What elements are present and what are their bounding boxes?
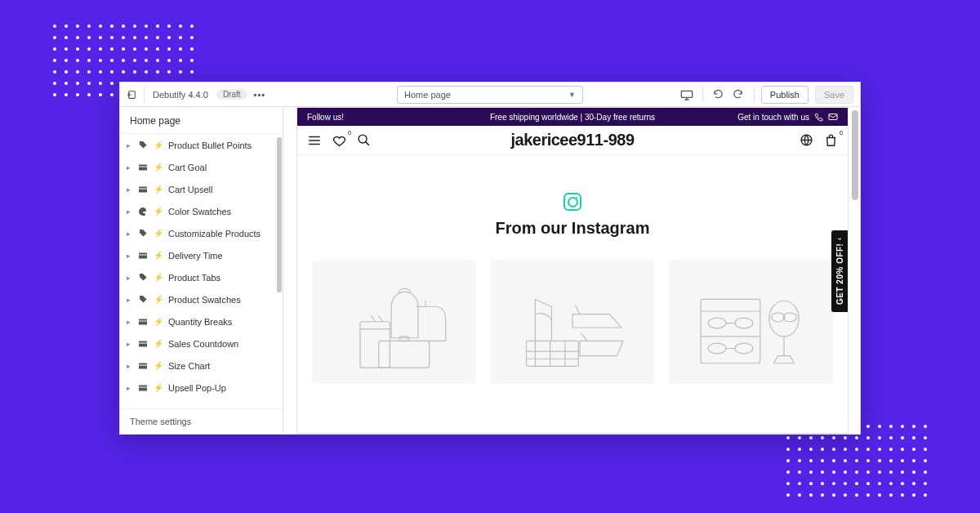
- svg-rect-1: [681, 91, 692, 97]
- addon-bolt-icon: ⚡: [154, 251, 163, 260]
- theme-settings-link[interactable]: Theme settings: [120, 408, 283, 434]
- addon-bolt-icon: ⚡: [154, 229, 163, 238]
- chevron-right-icon: ▸: [127, 362, 132, 370]
- sidebar-item-cart-upsell[interactable]: ▸⚡Cart Upsell: [120, 178, 283, 200]
- sidebar-item-label: Quantity Breaks: [168, 317, 232, 327]
- store-header: 0 jakericee911-989 0: [297, 126, 848, 155]
- section-icon: [137, 185, 149, 194]
- chevron-right-icon: ▸: [127, 384, 132, 392]
- section-icon: [137, 163, 149, 172]
- addon-bolt-icon: ⚡: [154, 361, 163, 370]
- canvas-scrollbar[interactable]: [852, 110, 858, 200]
- mail-icon: [828, 113, 838, 121]
- addon-bolt-icon: ⚡: [154, 339, 163, 348]
- addon-bolt-icon: ⚡: [154, 273, 163, 282]
- tag-icon: [137, 273, 149, 283]
- chevron-right-icon: ▸: [127, 252, 132, 260]
- phone-icon: [814, 113, 823, 122]
- tag-icon: [137, 141, 149, 150]
- cart-button[interactable]: 0: [823, 133, 838, 148]
- announce-mid: Free shipping worldwide | 30-Day free re…: [490, 113, 655, 122]
- promo-tab[interactable]: GET 20% OFF! ‹: [831, 230, 848, 312]
- instagram-heading: From our Instagram: [297, 219, 848, 238]
- svg-point-30: [783, 313, 796, 322]
- sidebar-title: Home page: [120, 107, 283, 134]
- sidebar-item-label: Cart Goal: [168, 163, 207, 172]
- svg-rect-19: [379, 341, 430, 368]
- addon-bolt-icon: ⚡: [154, 295, 163, 304]
- chevron-right-icon: ▸: [127, 185, 132, 194]
- chevron-right-icon: ▸: [127, 230, 132, 238]
- instagram-card-2[interactable]: [491, 261, 655, 383]
- store-title: jakericee911-989: [510, 131, 634, 149]
- tag-icon: [137, 295, 149, 305]
- addon-bolt-icon: ⚡: [154, 317, 163, 326]
- sidebar-item-label: Sales Countdown: [168, 339, 238, 349]
- desktop-preview-button[interactable]: [678, 86, 696, 104]
- addon-bolt-icon: ⚡: [154, 383, 163, 392]
- sidebar-item-product-tabs[interactable]: ▸⚡Product Tabs: [120, 266, 283, 288]
- sidebar-item-quantity-breaks[interactable]: ▸⚡Quantity Breaks: [120, 310, 283, 332]
- chevron-right-icon: ▸: [127, 163, 132, 172]
- sidebar-scrollbar[interactable]: [277, 137, 282, 292]
- language-button[interactable]: [799, 133, 813, 148]
- publish-button[interactable]: Publish: [761, 86, 808, 104]
- sidebar-item-cart-goal[interactable]: ▸⚡Cart Goal: [120, 156, 283, 178]
- preview-canvas-area: Follow us! Free shipping worldwide | 30-…: [283, 107, 860, 434]
- svg-rect-21: [360, 322, 390, 368]
- instagram-card-1[interactable]: [312, 261, 476, 383]
- sidebar-item-delivery-time[interactable]: ▸⚡Delivery Time: [120, 244, 283, 266]
- instagram-icon: [564, 193, 581, 211]
- addon-bolt-icon: ⚡: [154, 185, 163, 194]
- wishlist-count: 0: [348, 130, 351, 136]
- svg-rect-22: [527, 341, 579, 367]
- search-button[interactable]: [356, 133, 371, 148]
- sidebar-item-label: Upsell Pop-Up: [168, 383, 226, 393]
- sidebar: Home page ▸⚡Product Bullet Points▸⚡Cart …: [120, 107, 283, 434]
- svg-point-24: [708, 318, 726, 328]
- instagram-card-3[interactable]: [669, 261, 833, 383]
- exit-editor-button[interactable]: [127, 86, 145, 104]
- chevron-right-icon: ▸: [127, 340, 132, 348]
- sidebar-item-label: Product Bullet Points: [168, 141, 252, 150]
- sidebar-item-label: Size Chart: [168, 361, 210, 371]
- sidebar-item-customizable-products[interactable]: ▸⚡Customizable Products: [120, 222, 283, 244]
- chevron-left-icon: ‹: [835, 238, 844, 241]
- decor-dots-bottom-right: [786, 425, 927, 497]
- more-menu-button[interactable]: •••: [252, 88, 268, 101]
- svg-rect-16: [829, 114, 837, 120]
- cart-count: 0: [840, 130, 843, 136]
- sidebar-item-sales-countdown[interactable]: ▸⚡Sales Countdown: [120, 332, 283, 355]
- page-selector-label: Home page: [404, 90, 451, 100]
- announcement-bar: Follow us! Free shipping worldwide | 30-…: [297, 108, 848, 126]
- sidebar-item-label: Color Swatches: [168, 207, 231, 216]
- chevron-right-icon: ▸: [127, 141, 132, 149]
- sidebar-item-color-swatches[interactable]: ▸⚡Color Swatches: [120, 200, 283, 222]
- sidebar-item-product-bullet-points[interactable]: ▸⚡Product Bullet Points: [120, 134, 283, 156]
- redo-button[interactable]: [729, 86, 747, 104]
- sidebar-item-label: Product Swatches: [168, 295, 241, 305]
- svg-point-27: [735, 343, 753, 354]
- wishlist-button[interactable]: 0: [332, 133, 346, 148]
- page-selector-dropdown[interactable]: Home page ▼: [397, 86, 583, 104]
- save-button: Save: [815, 86, 853, 104]
- tag-icon: [137, 229, 149, 239]
- theme-name: Debutify 4.4.0: [153, 90, 208, 100]
- sidebar-item-product-swatches[interactable]: ▸⚡Product Swatches: [120, 288, 283, 310]
- section-icon: [137, 252, 149, 260]
- chevron-right-icon: ▸: [127, 318, 132, 326]
- palette-icon: [137, 207, 149, 216]
- chevron-right-icon: ▸: [127, 296, 132, 304]
- sidebar-item-label: Customizable Products: [168, 229, 261, 239]
- sidebar-item-upsell-pop-up[interactable]: ▸⚡Upsell Pop-Up: [120, 377, 283, 399]
- menu-button[interactable]: [307, 133, 322, 148]
- chevron-down-icon: ▼: [568, 91, 576, 99]
- sidebar-item-size-chart[interactable]: ▸⚡Size Chart: [120, 355, 283, 377]
- section-icon: [137, 318, 149, 326]
- svg-rect-20: [400, 337, 409, 341]
- section-icon: [137, 384, 149, 392]
- undo-button[interactable]: [710, 86, 728, 104]
- svg-point-17: [359, 135, 367, 143]
- addon-bolt-icon: ⚡: [154, 141, 163, 149]
- chevron-right-icon: ▸: [127, 207, 132, 216]
